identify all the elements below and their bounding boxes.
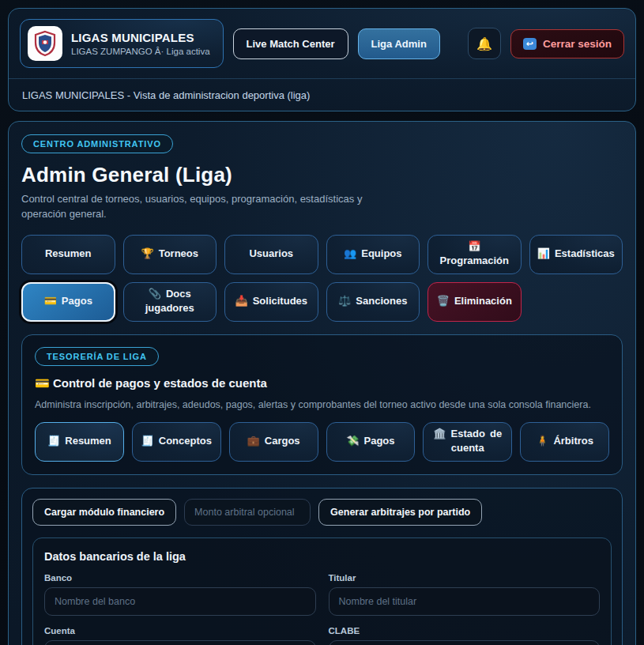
pagos-icon: 💳 — [44, 295, 57, 308]
brand-subtitle: LIGAS ZUMPANGO Â· Liga activa — [71, 47, 210, 56]
brand-text: LIGAS MUNICIPALES LIGAS ZUMPANGO Â· Liga… — [71, 31, 210, 56]
admin-badge: CENTRO ADMINISTRATIVO — [21, 134, 173, 153]
field-label-cuenta: Cuenta — [44, 626, 316, 636]
tab-label-word: Sanciones — [356, 295, 407, 308]
cargos-icon: 💼 — [247, 435, 260, 448]
bank-data-card: Datos bancarios de la liga BancoTitularC… — [32, 538, 612, 645]
tab-label-word: Usuarios — [249, 247, 293, 261]
bell-icon: 🔔 — [476, 36, 492, 51]
treasury-badge: TESORERÍA DE LIGA — [35, 347, 159, 366]
form-field-banco: Banco — [44, 573, 316, 616]
page-subtitle: Control central de torneos, usuarios, eq… — [21, 192, 394, 222]
arbitral-amount-input[interactable] — [184, 499, 311, 526]
tab-label-word: Resumen — [45, 247, 92, 261]
field-label-banco: Banco — [44, 573, 316, 583]
tab-docs-jugadores[interactable]: 📎Docsjugadores — [123, 282, 217, 322]
tab-label-word: Torneos — [159, 247, 198, 261]
tab-label-word: Eliminación — [454, 295, 512, 308]
breadcrumb: LIGAS MUNICIPALES - Vista de administrac… — [22, 89, 310, 101]
page-title: Admin General (Liga) — [21, 163, 623, 187]
subtab-conceptos[interactable]: 🧾Conceptos — [132, 422, 221, 462]
field-label-titular: Titular — [329, 573, 601, 583]
admin-tabs: Resumen🏆TorneosUsuarios👥Equipos📅Programa… — [21, 235, 623, 322]
tab-label-word: Equipos — [361, 247, 401, 261]
tab-pagos[interactable]: 💳Pagos — [21, 282, 115, 322]
financial-toolbar: Cargar módulo financiero Generar arbitra… — [32, 499, 612, 526]
field-input-titular[interactable] — [329, 587, 601, 616]
field-input-banco[interactable] — [44, 587, 316, 616]
form-field-cuenta: Cuenta — [44, 626, 316, 645]
crest-icon — [32, 30, 58, 57]
liga-admin-button[interactable]: Liga Admin — [358, 28, 440, 59]
header-top-row: LIGAS MUNICIPALES LIGAS ZUMPANGO Â· Liga… — [9, 9, 635, 78]
torneos-icon: 🏆 — [141, 247, 153, 261]
tab-label-word: Estado — [451, 428, 485, 441]
generate-arbitrages-button[interactable]: Generar arbitrajes por partido — [318, 499, 482, 526]
tab-label-word: Programación — [440, 255, 509, 268]
bank-form-fields: BancoTitularCuentaCLABETarjetaReferencia… — [44, 573, 600, 645]
tab-label-word: Docs — [166, 288, 191, 301]
treasury-heading-text: Control de pagos y estados de cuenta — [53, 376, 267, 390]
brand-box[interactable]: LIGAS MUNICIPALES LIGAS ZUMPANGO Â· Liga… — [20, 19, 224, 68]
estadisticas-icon: 📊 — [537, 247, 550, 261]
logout-button[interactable]: ↩ Cerrar sesión — [510, 29, 624, 58]
field-input-clabe[interactable] — [329, 640, 601, 645]
load-financial-module-button[interactable]: Cargar módulo financiero — [32, 499, 176, 526]
subtab-resumen[interactable]: 🧾Resumen — [35, 422, 124, 462]
logout-label: Cerrar sesión — [543, 38, 612, 50]
treasury-panel: TESORERÍA DE LIGA 💳 Control de pagos y e… — [21, 334, 623, 475]
breadcrumb-bar: LIGAS MUNICIPALES - Vista de administrac… — [9, 78, 635, 111]
form-field-clabe: CLABE — [329, 626, 601, 645]
tab-programacion[interactable]: 📅Programación — [427, 235, 522, 274]
tab-sanciones[interactable]: ⚖️Sanciones — [326, 282, 420, 322]
tab-label-word: Resumen — [65, 435, 111, 448]
tab-label-word: Cargos — [265, 435, 300, 448]
tab-usuarios[interactable]: Usuarios — [224, 235, 318, 274]
field-input-cuenta[interactable] — [44, 640, 316, 645]
tab-label-word: cuenta — [451, 442, 484, 455]
sanciones-icon: ⚖️ — [338, 295, 351, 308]
pagos-icon: 💸 — [346, 435, 359, 448]
subtab-cargos[interactable]: 💼Cargos — [229, 422, 318, 462]
tab-label-word: Pagos — [364, 435, 395, 448]
treasury-heading: 💳 Control de pagos y estados de cuenta — [35, 376, 609, 390]
tab-solicitudes[interactable]: 📥Solicitudes — [224, 282, 318, 322]
tab-torneos[interactable]: 🏆Torneos — [123, 235, 217, 274]
tab-label-word: Árbitros — [553, 435, 593, 448]
equipos-icon: 👥 — [344, 247, 356, 261]
tab-label-word: Pagos — [62, 295, 92, 308]
notifications-button[interactable]: 🔔 — [468, 28, 501, 59]
eliminacion-icon: 🗑️ — [437, 295, 450, 308]
solicitudes-icon: 📥 — [235, 295, 247, 308]
tab-estadisticas[interactable]: 📊Estadísticas — [529, 235, 623, 274]
tab-equipos[interactable]: 👥Equipos — [326, 235, 420, 274]
admin-panel: CENTRO ADMINISTRATIVO Admin General (Lig… — [8, 121, 636, 645]
docs-jugadores-icon: 📎 — [149, 288, 161, 301]
credit-card-icon: 💳 — [35, 376, 50, 390]
subtab-estado-de-cuenta[interactable]: 🏛️Estadodecuenta — [423, 422, 512, 462]
brand-title: LIGAS MUNICIPALES — [71, 31, 210, 44]
treasury-description: Administra inscripción, arbitrajes, adeu… — [35, 399, 609, 410]
conceptos-icon: 🧾 — [141, 435, 154, 448]
resumen-icon: 🧾 — [47, 435, 60, 448]
field-label-clabe: CLABE — [329, 626, 601, 636]
tab-label-word: Estadísticas — [555, 247, 615, 261]
tab-label-word: Conceptos — [159, 435, 212, 448]
subtab-arbitros[interactable]: 🧍Árbitros — [520, 422, 609, 462]
form-field-titular: Titular — [329, 573, 601, 616]
treasury-subtabs: 🧾Resumen🧾Conceptos💼Cargos💸Pagos🏛️Estadod… — [35, 422, 609, 462]
estado-de-cuenta-icon: 🏛️ — [433, 428, 446, 441]
financial-panel: Cargar módulo financiero Generar arbitra… — [21, 488, 623, 645]
programacion-icon: 📅 — [468, 240, 480, 254]
app-header: LIGAS MUNICIPALES LIGAS ZUMPANGO Â· Liga… — [8, 8, 636, 111]
arbitros-icon: 🧍 — [536, 435, 548, 448]
tab-label-word: jugadores — [145, 302, 194, 315]
live-match-center-button[interactable]: Live Match Center — [233, 28, 348, 59]
logout-arrow-icon: ↩ — [523, 38, 537, 50]
tab-label-word: de — [490, 428, 502, 441]
tab-eliminacion[interactable]: 🗑️Eliminación — [427, 282, 522, 322]
tab-resumen[interactable]: Resumen — [21, 235, 115, 274]
bank-card-title: Datos bancarios de la liga — [44, 550, 600, 563]
league-logo — [28, 26, 62, 61]
subtab-pagos[interactable]: 💸Pagos — [326, 422, 416, 462]
